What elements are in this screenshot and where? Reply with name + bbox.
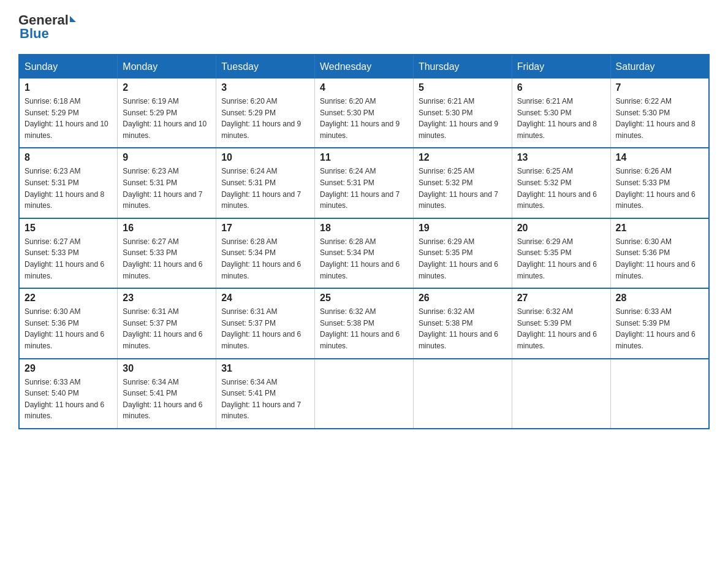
day-info: Sunrise: 6:33 AMSunset: 5:39 PMDaylight:… bbox=[616, 306, 703, 351]
day-info: Sunrise: 6:28 AMSunset: 5:34 PMDaylight:… bbox=[221, 236, 309, 282]
day-info: Sunrise: 6:20 AMSunset: 5:29 PMDaylight:… bbox=[221, 96, 309, 141]
day-info: Sunrise: 6:27 AMSunset: 5:33 PMDaylight:… bbox=[123, 236, 211, 282]
day-info: Sunrise: 6:29 AMSunset: 5:35 PMDaylight:… bbox=[517, 236, 605, 282]
weekday-header-row: SundayMondayTuesdayWednesdayThursdayFrid… bbox=[19, 55, 709, 79]
day-info: Sunrise: 6:29 AMSunset: 5:35 PMDaylight:… bbox=[419, 236, 507, 282]
day-info: Sunrise: 6:33 AMSunset: 5:40 PMDaylight:… bbox=[25, 377, 112, 422]
calendar-cell: 25Sunrise: 6:32 AMSunset: 5:38 PMDayligh… bbox=[315, 288, 414, 358]
weekday-header-thursday: Thursday bbox=[413, 55, 512, 79]
day-number: 11 bbox=[320, 152, 408, 163]
week-row-3: 15Sunrise: 6:27 AMSunset: 5:33 PMDayligh… bbox=[19, 218, 709, 288]
day-info: Sunrise: 6:28 AMSunset: 5:34 PMDaylight:… bbox=[320, 236, 408, 282]
day-info: Sunrise: 6:25 AMSunset: 5:32 PMDaylight:… bbox=[419, 166, 507, 211]
day-number: 1 bbox=[25, 82, 112, 93]
logo: General Blue bbox=[18, 12, 76, 42]
day-info: Sunrise: 6:32 AMSunset: 5:39 PMDaylight:… bbox=[517, 306, 605, 351]
weekday-header-friday: Friday bbox=[512, 55, 610, 79]
week-row-2: 8Sunrise: 6:23 AMSunset: 5:31 PMDaylight… bbox=[19, 148, 709, 218]
day-number: 27 bbox=[517, 293, 605, 304]
logo-triangle-icon bbox=[70, 16, 76, 22]
day-info: Sunrise: 6:21 AMSunset: 5:30 PMDaylight:… bbox=[517, 96, 605, 141]
week-row-4: 22Sunrise: 6:30 AMSunset: 5:36 PMDayligh… bbox=[19, 288, 709, 358]
day-info: Sunrise: 6:30 AMSunset: 5:36 PMDaylight:… bbox=[616, 236, 703, 282]
calendar-cell: 10Sunrise: 6:24 AMSunset: 5:31 PMDayligh… bbox=[216, 148, 315, 218]
day-info: Sunrise: 6:31 AMSunset: 5:37 PMDaylight:… bbox=[123, 306, 211, 351]
calendar-cell: 1Sunrise: 6:18 AMSunset: 5:29 PMDaylight… bbox=[19, 79, 118, 148]
calendar-cell: 26Sunrise: 6:32 AMSunset: 5:38 PMDayligh… bbox=[413, 288, 512, 358]
weekday-header-tuesday: Tuesday bbox=[216, 55, 315, 79]
day-number: 22 bbox=[25, 293, 112, 304]
day-info: Sunrise: 6:25 AMSunset: 5:32 PMDaylight:… bbox=[517, 166, 605, 211]
day-info: Sunrise: 6:24 AMSunset: 5:31 PMDaylight:… bbox=[221, 166, 309, 211]
day-number: 13 bbox=[517, 152, 605, 163]
calendar-cell: 22Sunrise: 6:30 AMSunset: 5:36 PMDayligh… bbox=[19, 288, 118, 358]
day-number: 23 bbox=[123, 293, 211, 304]
calendar-cell: 2Sunrise: 6:19 AMSunset: 5:29 PMDaylight… bbox=[118, 79, 216, 148]
day-number: 10 bbox=[221, 152, 309, 163]
day-number: 9 bbox=[123, 152, 211, 163]
day-number: 2 bbox=[123, 82, 211, 93]
day-info: Sunrise: 6:31 AMSunset: 5:37 PMDaylight:… bbox=[221, 306, 309, 351]
day-info: Sunrise: 6:30 AMSunset: 5:36 PMDaylight:… bbox=[25, 306, 112, 351]
day-info: Sunrise: 6:18 AMSunset: 5:29 PMDaylight:… bbox=[25, 96, 112, 141]
page-header: General Blue bbox=[18, 12, 710, 42]
calendar-cell: 28Sunrise: 6:33 AMSunset: 5:39 PMDayligh… bbox=[610, 288, 709, 358]
calendar-cell: 3Sunrise: 6:20 AMSunset: 5:29 PMDaylight… bbox=[216, 79, 315, 148]
day-number: 7 bbox=[616, 82, 703, 93]
day-number: 15 bbox=[25, 223, 112, 234]
calendar-cell: 19Sunrise: 6:29 AMSunset: 5:35 PMDayligh… bbox=[413, 218, 512, 288]
day-number: 12 bbox=[419, 152, 507, 163]
day-number: 8 bbox=[25, 152, 112, 163]
day-number: 19 bbox=[419, 223, 507, 234]
calendar-cell: 13Sunrise: 6:25 AMSunset: 5:32 PMDayligh… bbox=[512, 148, 610, 218]
calendar-cell: 24Sunrise: 6:31 AMSunset: 5:37 PMDayligh… bbox=[216, 288, 315, 358]
calendar-cell bbox=[315, 359, 414, 429]
day-info: Sunrise: 6:23 AMSunset: 5:31 PMDaylight:… bbox=[25, 166, 112, 211]
day-number: 3 bbox=[221, 82, 309, 93]
calendar-cell: 7Sunrise: 6:22 AMSunset: 5:30 PMDaylight… bbox=[610, 79, 709, 148]
calendar-cell: 5Sunrise: 6:21 AMSunset: 5:30 PMDaylight… bbox=[413, 79, 512, 148]
calendar-cell: 15Sunrise: 6:27 AMSunset: 5:33 PMDayligh… bbox=[19, 218, 118, 288]
day-info: Sunrise: 6:34 AMSunset: 5:41 PMDaylight:… bbox=[123, 377, 211, 422]
logo-blue-text: Blue bbox=[18, 26, 49, 42]
calendar-table: SundayMondayTuesdayWednesdayThursdayFrid… bbox=[18, 54, 710, 429]
day-info: Sunrise: 6:32 AMSunset: 5:38 PMDaylight:… bbox=[320, 306, 408, 351]
weekday-header-monday: Monday bbox=[118, 55, 216, 79]
calendar-cell: 27Sunrise: 6:32 AMSunset: 5:39 PMDayligh… bbox=[512, 288, 610, 358]
calendar-cell: 21Sunrise: 6:30 AMSunset: 5:36 PMDayligh… bbox=[610, 218, 709, 288]
day-info: Sunrise: 6:26 AMSunset: 5:33 PMDaylight:… bbox=[616, 166, 703, 211]
day-info: Sunrise: 6:19 AMSunset: 5:29 PMDaylight:… bbox=[123, 96, 211, 141]
day-number: 29 bbox=[25, 363, 112, 374]
weekday-header-saturday: Saturday bbox=[610, 55, 709, 79]
calendar-cell bbox=[512, 359, 610, 429]
calendar-cell: 31Sunrise: 6:34 AMSunset: 5:41 PMDayligh… bbox=[216, 359, 315, 429]
day-number: 24 bbox=[221, 293, 309, 304]
day-info: Sunrise: 6:24 AMSunset: 5:31 PMDaylight:… bbox=[320, 166, 408, 211]
calendar-cell: 17Sunrise: 6:28 AMSunset: 5:34 PMDayligh… bbox=[216, 218, 315, 288]
calendar-cell: 23Sunrise: 6:31 AMSunset: 5:37 PMDayligh… bbox=[118, 288, 216, 358]
calendar-cell: 6Sunrise: 6:21 AMSunset: 5:30 PMDaylight… bbox=[512, 79, 610, 148]
day-number: 28 bbox=[616, 293, 703, 304]
calendar-cell: 16Sunrise: 6:27 AMSunset: 5:33 PMDayligh… bbox=[118, 218, 216, 288]
day-number: 31 bbox=[221, 363, 309, 374]
calendar-cell: 29Sunrise: 6:33 AMSunset: 5:40 PMDayligh… bbox=[19, 359, 118, 429]
week-row-5: 29Sunrise: 6:33 AMSunset: 5:40 PMDayligh… bbox=[19, 359, 709, 429]
calendar-cell: 18Sunrise: 6:28 AMSunset: 5:34 PMDayligh… bbox=[315, 218, 414, 288]
day-number: 18 bbox=[320, 223, 408, 234]
week-row-1: 1Sunrise: 6:18 AMSunset: 5:29 PMDaylight… bbox=[19, 79, 709, 148]
calendar-cell: 20Sunrise: 6:29 AMSunset: 5:35 PMDayligh… bbox=[512, 218, 610, 288]
weekday-header-sunday: Sunday bbox=[19, 55, 118, 79]
calendar-cell bbox=[610, 359, 709, 429]
calendar-cell: 4Sunrise: 6:20 AMSunset: 5:30 PMDaylight… bbox=[315, 79, 414, 148]
day-info: Sunrise: 6:22 AMSunset: 5:30 PMDaylight:… bbox=[616, 96, 703, 141]
calendar-cell bbox=[413, 359, 512, 429]
day-info: Sunrise: 6:32 AMSunset: 5:38 PMDaylight:… bbox=[419, 306, 507, 351]
calendar-cell: 30Sunrise: 6:34 AMSunset: 5:41 PMDayligh… bbox=[118, 359, 216, 429]
day-number: 6 bbox=[517, 82, 605, 93]
day-number: 4 bbox=[320, 82, 408, 93]
day-number: 5 bbox=[419, 82, 507, 93]
calendar-cell: 8Sunrise: 6:23 AMSunset: 5:31 PMDaylight… bbox=[19, 148, 118, 218]
day-info: Sunrise: 6:21 AMSunset: 5:30 PMDaylight:… bbox=[419, 96, 507, 141]
day-number: 20 bbox=[517, 223, 605, 234]
calendar-cell: 11Sunrise: 6:24 AMSunset: 5:31 PMDayligh… bbox=[315, 148, 414, 218]
